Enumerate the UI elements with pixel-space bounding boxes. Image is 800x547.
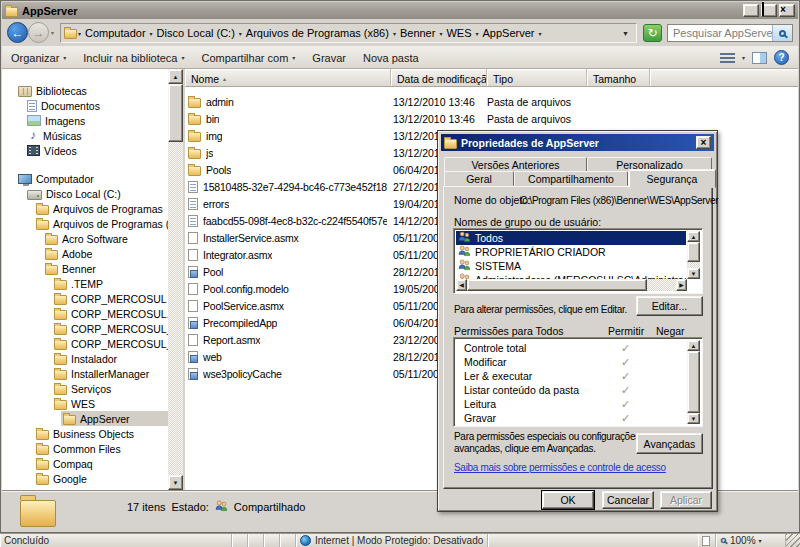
sidebar-item-corp-mercosul[interactable]: CORP_MERCOSUL [2,291,168,306]
browser-status-bar: Concluído Internet | Modo Protegido: Des… [0,533,800,547]
search-input[interactable]: Pesquisar AppServer [667,24,793,42]
forward-button[interactable]: → [28,22,49,43]
user-item-sistema[interactable]: SISTEMA [456,259,686,273]
preview-pane-icon[interactable] [752,52,767,64]
breadcrumb-item-disco-local-c[interactable]: Disco Local (C:) [154,27,238,39]
scroll-down-icon[interactable]: ▼ [687,268,700,279]
zoom-control[interactable]: 100% ▾ [716,534,786,547]
scroll-left-icon[interactable]: ◀ [456,279,467,291]
change-view-dropdown-icon[interactable]: ▾ [742,54,745,61]
scroll-down-icon[interactable]: ▼ [168,475,183,490]
scroll-down-icon[interactable]: ▼ [687,413,700,424]
dialog-close-icon[interactable]: × [696,136,711,149]
permissions-vscrollbar[interactable]: ▲ ▼ [687,340,700,424]
breadcrumb-item-computador[interactable]: Computador [82,27,149,39]
column-header-date[interactable]: Data de modificação [391,69,487,87]
tab-seguranca[interactable]: Segurança [628,169,716,188]
back-button[interactable]: ← [7,22,28,43]
help-icon[interactable]: ? [774,50,789,65]
toolbar-nova-pasta[interactable]: Nova pasta [363,52,419,64]
user-item-todos[interactable]: Todos [456,231,686,245]
column-header-name[interactable]: Nome ▴ [185,69,391,87]
sidebar-item-corp-mercosul-teste[interactable]: CORP_MERCOSUL_TESTE [2,321,168,336]
sidebar-item-arquivos-de-programas[interactable]: Arquivos de Programas [2,201,168,216]
learn-more-link[interactable]: Saiba mais sobre permissões e controle d… [454,462,666,473]
column-header-type[interactable]: Tipo [487,69,587,87]
tab-compartilhamento[interactable]: Compartilhamento [514,171,628,186]
address-dropdown-icon[interactable]: ▼ [618,30,633,37]
scrollbar-thumb[interactable] [687,351,700,413]
toolbar-gravar[interactable]: Gravar [312,52,346,64]
breadcrumb-item-wes[interactable]: WES [443,27,474,39]
sidebar-item-corp-mercosul-report[interactable]: CORP_MERCOSUL.Report [2,306,168,321]
file-row-bin[interactable]: bin13/12/2010 13:46Pasta de arquivos [185,110,798,127]
nav-history-chevron-icon[interactable]: ▾ [51,29,54,36]
scrollbar-thumb[interactable] [168,84,183,142]
scrollbar-thumb[interactable] [687,242,700,262]
breadcrumb-item-arquivos-de-programas-x86[interactable]: Arquivos de Programas (x86) [243,27,392,39]
sidebar-item-disco-local-c[interactable]: Disco Local (C:) [2,186,168,201]
sidebar-item-compaq[interactable]: Compaq [2,456,168,471]
scroll-right-icon[interactable]: ▶ [676,279,687,291]
sidebar-item-bibliotecas[interactable]: Bibliotecas [2,83,168,98]
sidebar-item-appserver[interactable]: AppServer [2,411,168,426]
cancel-button[interactable]: Cancelar [602,491,654,509]
sidebar-item-installermanager[interactable]: InstallerManager [2,366,168,381]
security-zone: Internet | Modo Protegido: Desativado [296,534,488,547]
toolbar-organizar[interactable]: Organizar▾ [11,52,66,64]
sidebar-item-benner[interactable]: Benner [2,261,168,276]
toolbar-incluir-na-biblioteca[interactable]: Incluir na biblioteca▾ [83,52,184,64]
breadcrumb[interactable]: ▾ Computador▾Disco Local (C:)▾Arquivos d… [60,23,637,43]
user-item-proprietario-criador[interactable]: PROPRIETÁRIO CRIADOR [456,245,686,259]
sidebar-item-common-files[interactable]: Common Files [2,441,168,456]
sidebar-item-computador[interactable]: Computador [2,171,168,186]
maximize-button[interactable] [761,4,777,17]
permission-label: Gravar [464,412,496,424]
file-row-admin[interactable]: admin13/12/2010 13:46Pasta de arquivos [185,93,798,110]
minimize-button[interactable] [743,4,759,17]
sidebar-item-musicas[interactable]: ♪Músicas [2,128,168,143]
sidebar-item-imagens[interactable]: Imagens [2,113,168,128]
scroll-up-icon[interactable]: ▲ [687,231,700,242]
sidebar-item-documentos[interactable]: Documentos [2,98,168,113]
tree-item-label: Serviços [71,383,111,395]
tab-geral[interactable]: Geral [444,171,514,186]
breadcrumb-item-appserver[interactable]: AppServer [480,27,538,39]
scrollbar-thumb[interactable] [467,279,647,291]
permission-row-ler-executar: Ler & executar✓ [456,369,686,383]
sidebar-item-acro-software[interactable]: Acro Software [2,231,168,246]
sidebar-item-business-objects[interactable]: Business Objects [2,426,168,441]
user-list-vscrollbar[interactable]: ▲ ▼ [687,231,700,279]
edit-button[interactable]: Editar... [636,296,703,316]
apply-button[interactable]: Aplicar [660,491,712,509]
sidebar-item-corp-mercosul-teste[interactable]: CORP_MERCOSUL_TESTE. [2,336,168,351]
column-header-size[interactable]: Tamanho [587,69,650,87]
advanced-button[interactable]: Avançadas [636,433,703,454]
group-user-listbox[interactable]: TodosPROPRIETÁRIO CRIADORSISTEMAAdminist… [453,228,703,294]
tree-item-label: Imagens [45,115,85,127]
status-cell [248,534,264,547]
sidebar-scrollbar[interactable]: ▲ ▼ [168,69,183,490]
sidebar-item-videos[interactable]: Vídeos [2,143,168,158]
sidebar-item-arquivos-de-programas-x86[interactable]: Arquivos de Programas (x86) [2,216,168,231]
scroll-up-icon[interactable]: ▲ [687,340,700,351]
resize-grip[interactable] [786,534,800,547]
refresh-button[interactable]: ↻ [643,24,662,42]
toolbar-compartilhar-com[interactable]: Compartilhar com▾ [202,52,296,64]
user-list-hscrollbar[interactable]: ◀ ▶ [456,279,687,291]
breadcrumb-item-benner[interactable]: Benner [397,27,438,39]
tree-item-label: Arquivos de Programas [53,203,163,215]
dialog-folder-icon [444,139,457,149]
change-view-icon[interactable] [720,53,735,64]
sidebar-item-instalador[interactable]: Instalador [2,351,168,366]
close-button[interactable]: × [779,4,795,17]
sidebar-item-google[interactable]: Google [2,471,168,486]
ok-button[interactable]: OK [542,491,594,509]
chevron-down-icon: ▾ [292,54,295,61]
sidebar-item-wes[interactable]: WES [2,396,168,411]
sidebar-item-adobe[interactable]: Adobe [2,246,168,261]
scroll-up-icon[interactable]: ▲ [168,69,183,84]
sidebar-item-temp[interactable]: .TEMP [2,276,168,291]
sidebar-item-servicos[interactable]: Serviços [2,381,168,396]
search-button[interactable] [772,25,792,41]
